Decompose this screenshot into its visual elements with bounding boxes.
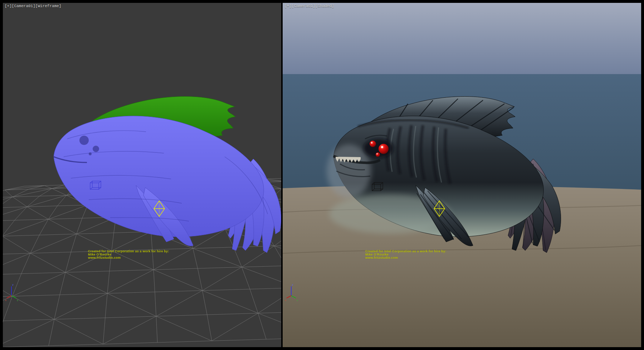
viewport-wireframe[interactable]: [+][Camera01][Wireframe] Created for Int…	[3, 3, 281, 347]
sky-background	[283, 3, 641, 74]
head-highlight	[327, 144, 371, 198]
viewport-menu-camera[interactable]: [Camera01]	[12, 4, 35, 8]
watermark-line: www.fritzstudio.com	[88, 256, 169, 259]
viewport-label: [+][Camera01][Wireframe]	[5, 4, 61, 8]
viewport-menu-shading[interactable]: [Wireframe]	[35, 4, 62, 8]
application-window: [+][Camera01][Wireframe] Created for Int…	[0, 0, 644, 350]
axis-x-label: x	[5, 299, 6, 301]
viewport-menu-camera[interactable]: [Camera01]	[292, 4, 315, 8]
viewport-label: [+][Camera01][Shaded]	[284, 4, 334, 8]
wireframe-scene	[3, 3, 281, 347]
viewport-menu-plus[interactable]: [+]	[5, 4, 12, 8]
watermark-line: www.fritzstudio.com	[365, 256, 446, 259]
viewport-shaded[interactable]: [+][Camera01][Shaded] Created for Intel …	[283, 3, 641, 347]
axis-x-label: x	[285, 299, 286, 301]
axis-z-label: z	[12, 283, 14, 286]
watermark-text: Created for Intel Corporation as a work …	[88, 250, 169, 259]
viewport-menu-shading[interactable]: [Shaded]	[315, 4, 334, 8]
world-axis-tripod: z x y	[285, 282, 302, 301]
viewport-menu-plus[interactable]: [+]	[284, 4, 292, 8]
watermark-text: Created for Intel Corporation as a work …	[365, 250, 446, 259]
world-axis-tripod: z x y	[5, 282, 22, 301]
axis-z-label: z	[292, 283, 293, 286]
axis-y-label: y	[297, 299, 298, 301]
axis-y-label: y	[17, 299, 18, 301]
shaded-scene	[283, 3, 641, 347]
